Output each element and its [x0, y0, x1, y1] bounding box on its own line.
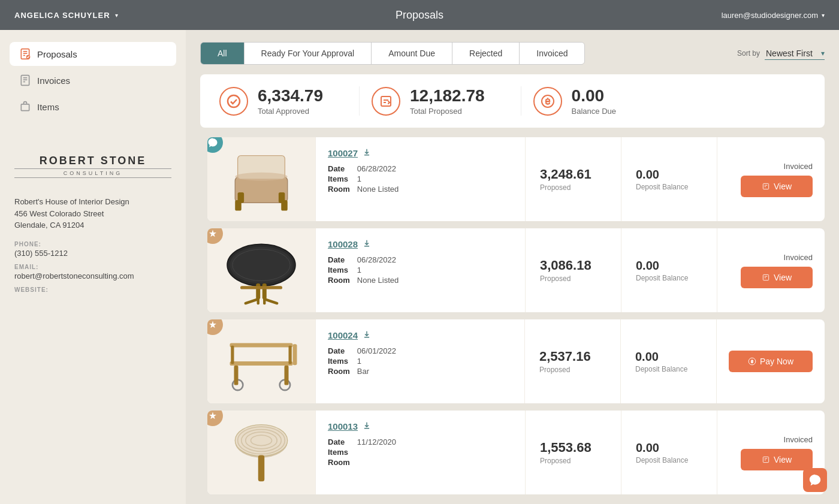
- items-icon: [19, 101, 31, 113]
- view-button[interactable]: View: [741, 449, 813, 470]
- tab-invoiced[interactable]: Invoiced: [520, 43, 584, 64]
- sort-select[interactable]: Newest First Oldest First: [765, 47, 825, 60]
- sidebar-item-proposals[interactable]: Proposals: [10, 42, 176, 66]
- proposal-image: [207, 411, 315, 494]
- invoices-icon: [19, 74, 31, 86]
- main-content: All Ready For Your Approval Amount Due R…: [186, 30, 839, 504]
- filter-tabs: All Ready For Your Approval Amount Due R…: [200, 42, 585, 65]
- date-label: Date: [328, 346, 350, 355]
- proposal-items: 1: [357, 265, 513, 274]
- pay-now-button[interactable]: Pay Now: [729, 351, 813, 372]
- proposal-items: 1: [357, 357, 512, 366]
- tab-all[interactable]: All: [201, 43, 245, 64]
- svg-rect-43: [285, 366, 289, 385]
- view-button[interactable]: View: [741, 267, 813, 288]
- download-icon[interactable]: [363, 239, 371, 249]
- svg-point-19: [235, 173, 288, 181]
- balance-label: Balance Due: [572, 107, 616, 116]
- user-email[interactable]: lauren@studiodesigner.com: [722, 11, 818, 20]
- svg-rect-17: [238, 192, 245, 203]
- sidebar-nav: Proposals Invoices Items: [10, 42, 176, 119]
- proposal-id[interactable]: 100027: [328, 148, 358, 158]
- proposal-room: [357, 458, 513, 467]
- download-icon[interactable]: [363, 148, 371, 158]
- svg-rect-28: [240, 286, 282, 289]
- amount-label: Proposed: [540, 274, 606, 283]
- deposit-label: Deposit Balance: [636, 183, 702, 191]
- proposal-card: 100027 Date 06/28/2022 Items 1 Room None…: [207, 137, 825, 221]
- proposed-icon: [372, 87, 400, 116]
- download-icon[interactable]: [363, 421, 371, 431]
- company-address-line2: 456 West Colorado Street: [14, 208, 171, 220]
- amount-value: 3,248.61: [540, 167, 606, 182]
- stats-card: 6,334.79 Total Approved 12,182.78 Total …: [200, 74, 825, 128]
- stat-balance-values: 0.00 Balance Due: [572, 86, 616, 116]
- proposal-id[interactable]: 100028: [328, 239, 358, 249]
- sidebar-items-label: Items: [37, 102, 59, 112]
- cart-svg: [219, 325, 303, 397]
- date-label: Date: [328, 437, 350, 446]
- tab-rejected[interactable]: Rejected: [452, 43, 520, 64]
- status-badge: Invoiced: [784, 253, 813, 262]
- svg-rect-9: [21, 104, 29, 111]
- user-name[interactable]: ANGELICA SCHUYLER: [14, 11, 110, 20]
- proposal-id[interactable]: 100024: [328, 330, 358, 340]
- status-badge: Invoiced: [784, 162, 813, 171]
- view-button[interactable]: View: [741, 176, 813, 197]
- tab-ready[interactable]: Ready For Your Approval: [245, 43, 372, 64]
- sidebar-proposals-label: Proposals: [37, 49, 77, 59]
- status-badge: Invoiced: [784, 435, 813, 444]
- proposal-date: 06/01/2022: [357, 346, 512, 355]
- amount-value: 3,086.18: [540, 258, 606, 273]
- items-label: Items: [328, 357, 350, 366]
- svg-point-10: [228, 95, 240, 107]
- balance-value: 0.00: [572, 86, 616, 105]
- sidebar-item-items[interactable]: Items: [10, 95, 176, 119]
- proposal-date: 06/28/2022: [357, 255, 513, 264]
- proposal-date: 06/28/2022: [357, 164, 513, 173]
- proposal-action: Pay Now: [716, 319, 825, 403]
- approved-icon: [219, 87, 248, 116]
- proposal-deposit: 0.00 Deposit Balance: [620, 319, 716, 403]
- proposal-card: 100013 Date 11/12/2020 Items Room 1,553.…: [207, 411, 825, 494]
- svg-line-29: [246, 299, 258, 303]
- proposal-header: 100024: [328, 330, 512, 340]
- company-address-line1: Robert's House of Interior Design: [14, 196, 171, 208]
- chat-widget[interactable]: [803, 468, 827, 492]
- deposit-label: Deposit Balance: [635, 365, 702, 373]
- room-label: Room: [328, 458, 350, 467]
- download-icon[interactable]: [363, 330, 371, 340]
- proposal-meta: Date 11/12/2020 Items Room: [328, 437, 513, 467]
- amount-label: Proposed: [540, 183, 606, 192]
- room-label: Room: [328, 276, 350, 285]
- sort-by-label: Sort by: [737, 49, 760, 58]
- proposal-date: 11/12/2020: [357, 437, 513, 446]
- user-chevron-icon[interactable]: ▾: [115, 12, 118, 19]
- svg-rect-42: [234, 366, 239, 385]
- chair-svg: [219, 143, 303, 215]
- stat-approved-values: 6,334.79 Total Approved: [258, 86, 323, 116]
- company-name-main: ROBERT STONE: [14, 155, 171, 167]
- proposal-room: Bar: [357, 367, 512, 376]
- proposal-deposit: 0.00 Deposit Balance: [621, 228, 717, 312]
- proposal-meta: Date 06/28/2022 Items 1 Room None Listed: [328, 255, 513, 285]
- sort-by-container: Sort by Newest First Oldest First: [737, 47, 825, 60]
- proposal-items: 1: [357, 174, 513, 183]
- items-label: Items: [328, 265, 350, 274]
- items-label: Items: [328, 448, 350, 457]
- company-logo: ROBERT STONE CONSULTING: [14, 155, 171, 178]
- proposal-header: 100028: [328, 239, 513, 249]
- deposit-label: Deposit Balance: [636, 456, 702, 464]
- proposal-id[interactable]: 100013: [328, 421, 358, 431]
- deposit-value: 0.00: [635, 350, 702, 364]
- tab-amount-due[interactable]: Amount Due: [372, 43, 452, 64]
- email-chevron-icon[interactable]: ▾: [822, 12, 825, 19]
- sidebar-invoices-label: Invoices: [37, 76, 70, 86]
- amount-value: 1,553.68: [540, 440, 606, 455]
- proposal-card: 100028 Date 06/28/2022 Items 1 Room None…: [207, 228, 825, 312]
- email-label-field: EMAIL:: [14, 264, 171, 270]
- room-label: Room: [328, 185, 350, 194]
- sidebar-item-invoices[interactable]: Invoices: [10, 68, 176, 92]
- svg-rect-38: [231, 346, 234, 364]
- company-address-line3: Glendale, CA 91204: [14, 219, 171, 231]
